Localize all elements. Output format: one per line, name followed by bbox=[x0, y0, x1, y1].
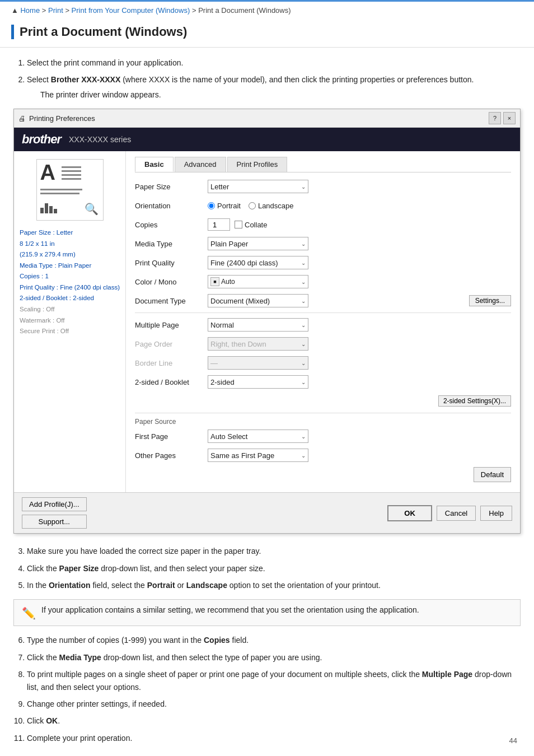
default-button-row: Default bbox=[135, 467, 511, 482]
note-text: If your application contains a similar s… bbox=[41, 605, 419, 614]
border-line-select[interactable]: — ⌄ bbox=[208, 356, 308, 370]
orientation-label: Orientation bbox=[135, 202, 208, 210]
paper-source-section: Paper Source bbox=[135, 418, 511, 426]
printing-preferences-dialog: 🖨 Printing Preferences ? × brother XXX-X… bbox=[13, 109, 521, 534]
color-mono-row: Color / Mono ■ Auto ⌄ bbox=[135, 274, 511, 289]
default-button[interactable]: Default bbox=[474, 467, 511, 482]
other-pages-label: Other Pages bbox=[135, 451, 208, 460]
content-area: Select the print command in your applica… bbox=[0, 48, 534, 756]
media-type-row: Media Type Plain Paper ⌄ bbox=[135, 236, 511, 251]
breadcrumb-print-from-computer[interactable]: Print from Your Computer (Windows) bbox=[72, 6, 190, 15]
step-9: Change other printer settings, if needed… bbox=[27, 698, 521, 710]
two-sided-settings-button[interactable]: 2-sided Settings(X)... bbox=[438, 395, 511, 407]
document-type-select[interactable]: Document (Mixed) ⌄ bbox=[208, 294, 308, 307]
paper-source-label: Paper Source bbox=[135, 418, 511, 426]
post-steps-list: Make sure you have loaded the correct si… bbox=[27, 545, 521, 591]
cancel-button[interactable]: Cancel bbox=[437, 506, 476, 521]
step-7: Click the Media Type drop-down list, and… bbox=[27, 651, 521, 664]
step-1: Select the print command in your applica… bbox=[27, 57, 521, 69]
spec-print-quality: Print Quality : Fine (2400 dpi class) bbox=[20, 282, 120, 293]
portrait-radio[interactable]: Portrait bbox=[208, 202, 241, 210]
tab-bar: Basic Advanced Print Profiles bbox=[135, 157, 511, 172]
spec-secure-print: Secure Print : Off bbox=[20, 326, 120, 337]
first-page-row: First Page Auto Select ⌄ bbox=[135, 429, 511, 444]
spec-scaling: Scaling : Off bbox=[20, 304, 120, 315]
two-sided-row: 2-sided / Booklet 2-sided ⌄ bbox=[135, 375, 511, 389]
media-type-label: Media Type bbox=[135, 240, 208, 248]
other-pages-row: Other Pages Same as First Page ⌄ bbox=[135, 448, 511, 463]
dialog-body: A bbox=[14, 151, 520, 492]
paper-size-arrow: ⌄ bbox=[301, 184, 306, 190]
step2-sub: The printer driver window appears. bbox=[40, 88, 521, 101]
right-panel: Basic Advanced Print Profiles Paper Size… bbox=[126, 151, 520, 492]
step-2: Select Brother XXX-XXXX (where XXXX is t… bbox=[27, 73, 521, 101]
other-pages-select[interactable]: Same as First Page ⌄ bbox=[208, 449, 308, 462]
media-type-select[interactable]: Plain Paper ⌄ bbox=[208, 237, 308, 250]
brother-header-bar: brother XXX-XXXX series bbox=[14, 128, 520, 151]
spec-paper-size: Paper Size : Letter bbox=[20, 227, 120, 239]
ok-button[interactable]: OK bbox=[387, 505, 432, 521]
steps-list: Select the print command in your applica… bbox=[27, 57, 521, 101]
print-preview: A bbox=[36, 159, 104, 221]
paper-size-row: Paper Size Letter ⌄ bbox=[135, 179, 511, 194]
landscape-radio[interactable]: Landscape bbox=[249, 202, 294, 210]
add-profile-button[interactable]: Add Profile(J)... bbox=[22, 497, 87, 511]
page-title-section: Print a Document (Windows) bbox=[0, 19, 534, 48]
color-mono-label: Color / Mono bbox=[135, 278, 208, 286]
tab-advanced[interactable]: Advanced bbox=[175, 157, 226, 172]
breadcrumb: ▲ Home > Print > Print from Your Compute… bbox=[0, 0, 534, 19]
dialog-footer: Add Profile(J)... Support... OK Cancel H… bbox=[14, 492, 520, 533]
page-order-row: Page Order Right, then Down ⌄ bbox=[135, 337, 511, 351]
spec-media-type: Media Type : Plain Paper bbox=[20, 260, 120, 272]
step-6: Type the number of copies (1-999) you wa… bbox=[27, 634, 521, 646]
tab-basic[interactable]: Basic bbox=[135, 157, 174, 172]
breadcrumb-current: Print a Document (Windows) bbox=[198, 6, 291, 15]
step-5: In the Orientation field, select the Por… bbox=[27, 579, 521, 591]
copies-row: Copies Collate bbox=[135, 217, 511, 232]
document-type-label: Document Type bbox=[135, 297, 208, 305]
paper-size-label: Paper Size bbox=[135, 183, 208, 191]
multiple-page-row: Multiple Page Normal ⌄ bbox=[135, 318, 511, 332]
copies-input[interactable] bbox=[208, 218, 230, 231]
printer-icon: 🖨 bbox=[18, 114, 26, 123]
print-quality-select[interactable]: Fine (2400 dpi class) ⌄ bbox=[208, 256, 308, 269]
page-number: 44 bbox=[509, 736, 517, 745]
help-titlebar-button[interactable]: ? bbox=[489, 112, 501, 124]
step-10: Click OK. bbox=[27, 715, 521, 727]
orientation-row: Orientation Portrait Landscape bbox=[135, 198, 511, 213]
step2-bold: Brother XXX-XXXX bbox=[51, 75, 120, 84]
left-panel: A bbox=[14, 151, 126, 492]
pencil-icon: ✏️ bbox=[22, 606, 36, 620]
print-quality-label: Print Quality bbox=[135, 259, 208, 267]
two-sided-label: 2-sided / Booklet bbox=[135, 378, 208, 386]
page-order-select[interactable]: Right, then Down ⌄ bbox=[208, 337, 308, 351]
close-titlebar-button[interactable]: × bbox=[503, 112, 516, 124]
step-11: Complete your print operation. bbox=[27, 732, 521, 744]
multiple-page-select[interactable]: Normal ⌄ bbox=[208, 318, 308, 332]
support-button[interactable]: Support... bbox=[22, 515, 87, 529]
auto-icon-box: ■ bbox=[210, 277, 219, 286]
brother-logo: brother bbox=[22, 132, 61, 147]
page-order-label: Page Order bbox=[135, 340, 208, 348]
color-mono-select[interactable]: ■ Auto ⌄ bbox=[208, 275, 308, 288]
step-8: To print multiple pages on a single shee… bbox=[27, 668, 521, 693]
collate-checkbox[interactable]: Collate bbox=[235, 221, 267, 229]
dialog-titlebar: 🖨 Printing Preferences ? × bbox=[14, 109, 520, 128]
two-sided-settings-row: 2-sided Settings(X)... bbox=[135, 394, 511, 408]
breadcrumb-print[interactable]: Print bbox=[48, 6, 63, 15]
first-page-label: First Page bbox=[135, 432, 208, 441]
print-quality-row: Print Quality Fine (2400 dpi class) ⌄ bbox=[135, 255, 511, 270]
two-sided-select[interactable]: 2-sided ⌄ bbox=[208, 375, 308, 389]
collate-checkbox-box[interactable] bbox=[235, 221, 242, 228]
paper-size-select[interactable]: Letter ⌄ bbox=[208, 180, 308, 193]
spec-copies: Copies : 1 bbox=[20, 271, 120, 282]
page-title: Print a Document (Windows) bbox=[11, 25, 523, 39]
first-page-select[interactable]: Auto Select ⌄ bbox=[208, 430, 308, 443]
tab-print-profiles[interactable]: Print Profiles bbox=[227, 157, 288, 172]
breadcrumb-home[interactable]: Home bbox=[20, 6, 40, 15]
spec-two-sided: 2-sided / Booklet : 2-sided bbox=[20, 293, 120, 304]
spec-dimensions-mm: (215.9 x 279.4 mm) bbox=[20, 249, 120, 260]
settings-button[interactable]: Settings... bbox=[469, 295, 511, 306]
help-button[interactable]: Help bbox=[480, 506, 512, 521]
spec-dimensions-in: 8 1/2 x 11 in bbox=[20, 239, 120, 250]
